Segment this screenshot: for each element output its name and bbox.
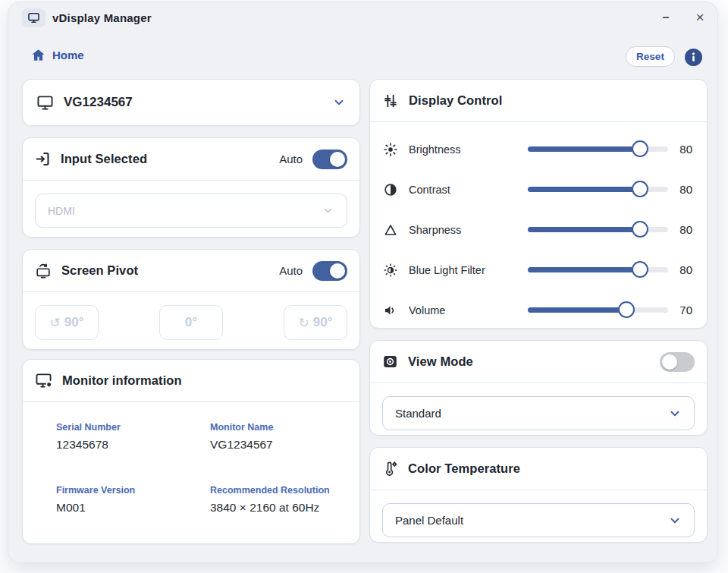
contrast-slider[interactable] xyxy=(528,187,668,192)
blue-light-filter-icon xyxy=(382,263,399,278)
slider-handle[interactable] xyxy=(632,140,648,157)
pivot-cw-90-button[interactable]: ↻ 90° xyxy=(284,305,347,340)
brightness-slider-row: Brightness 80 xyxy=(382,129,695,169)
monitor-information-title: Monitor information xyxy=(62,373,182,388)
app-logo-monitor-icon xyxy=(22,8,46,27)
info-field-firmware-version: Firmware Version M001 xyxy=(56,485,210,515)
info-icon xyxy=(685,49,702,66)
brightness-slider[interactable] xyxy=(528,146,668,152)
sharpness-slider-row: Sharpness 80 xyxy=(382,209,695,250)
monitor-info-icon xyxy=(35,373,52,389)
pivot-ccw-90-button[interactable]: ↺ 90° xyxy=(35,305,99,340)
volume-slider-row: Volume 70 xyxy=(382,290,695,330)
reset-button[interactable]: Reset xyxy=(626,46,675,67)
color-temperature-select[interactable]: Panel Default xyxy=(382,503,695,537)
slider-handle[interactable] xyxy=(632,181,648,197)
color-temperature-card: Color Temperature Panel Default xyxy=(369,447,708,543)
auto-label: Auto xyxy=(279,153,303,165)
pivot-auto-toggle[interactable] xyxy=(312,261,347,281)
display-control-icon xyxy=(382,93,399,109)
chevron-down-icon xyxy=(332,96,346,109)
blue-light-filter-slider-row: Blue Light Filter 80 xyxy=(382,250,695,290)
home-label: Home xyxy=(52,49,84,61)
slider-handle[interactable] xyxy=(632,221,648,238)
color-temperature-icon xyxy=(382,461,398,477)
slider-handle[interactable] xyxy=(618,301,635,318)
rotate-cw-icon: ↻ xyxy=(299,315,309,331)
app-window: vDisplay Manager – × Home Reset xyxy=(8,2,718,563)
input-source-select[interactable]: HDMI xyxy=(35,194,347,228)
info-field-monitor-name: Monitor Name VG1234567 xyxy=(210,422,352,452)
chevron-down-icon xyxy=(668,514,682,527)
breadcrumb-home[interactable]: Home xyxy=(31,48,84,62)
sharpness-icon xyxy=(382,222,399,238)
info-button[interactable] xyxy=(685,49,702,66)
monitor-icon xyxy=(36,95,54,111)
device-name: VG1234567 xyxy=(64,95,133,110)
view-mode-icon xyxy=(382,354,398,370)
home-icon xyxy=(31,48,46,62)
display-control-title: Display Control xyxy=(409,93,502,108)
screen-pivot-card: Screen Pivot Auto ↺ 90° 0° ↻ 90° xyxy=(22,249,360,350)
input-source-icon xyxy=(35,151,51,167)
display-control-card: Display Control Brightness 80 xyxy=(369,79,708,329)
info-field-serial-number: Serial Number 12345678 xyxy=(56,422,210,452)
color-temperature-title: Color Temperature xyxy=(408,461,520,476)
view-mode-select[interactable]: Standard xyxy=(382,396,695,430)
view-mode-title: View Mode xyxy=(408,354,473,369)
info-field-recommended-resolution: Recommended Resolution 3840 × 2160 at 60… xyxy=(210,485,352,515)
auto-label: Auto xyxy=(279,264,303,277)
contrast-icon xyxy=(382,182,399,197)
chevron-down-icon xyxy=(668,407,682,420)
volume-icon xyxy=(382,303,399,318)
input-auto-toggle[interactable] xyxy=(312,150,347,169)
slider-handle[interactable] xyxy=(632,261,648,278)
input-selected-card: Input Selected Auto HDMI xyxy=(22,137,360,238)
screen-pivot-icon xyxy=(35,263,52,279)
monitor-information-card: Monitor information Serial Number 123456… xyxy=(22,359,360,544)
device-selector-dropdown[interactable]: VG1234567 xyxy=(22,79,360,126)
view-mode-toggle[interactable] xyxy=(660,352,695,372)
pivot-0-button[interactable]: 0° xyxy=(159,305,223,340)
rotate-ccw-icon: ↺ xyxy=(50,315,61,331)
minimize-button[interactable]: – xyxy=(657,8,675,27)
screen-pivot-title: Screen Pivot xyxy=(61,263,138,278)
chevron-down-icon xyxy=(322,204,334,217)
window-title: vDisplay Manager xyxy=(52,11,152,24)
contrast-slider-row: Contrast 80 xyxy=(382,169,695,209)
volume-slider[interactable] xyxy=(528,307,668,313)
view-mode-card: View Mode Standard xyxy=(369,340,708,436)
close-button[interactable]: × xyxy=(691,8,709,27)
screen: vDisplay Manager – × Home Reset xyxy=(0,0,728,573)
sharpness-slider[interactable] xyxy=(528,227,668,232)
input-selected-title: Input Selected xyxy=(61,152,147,166)
brightness-icon xyxy=(382,142,399,157)
blue-light-filter-slider[interactable] xyxy=(528,267,668,272)
